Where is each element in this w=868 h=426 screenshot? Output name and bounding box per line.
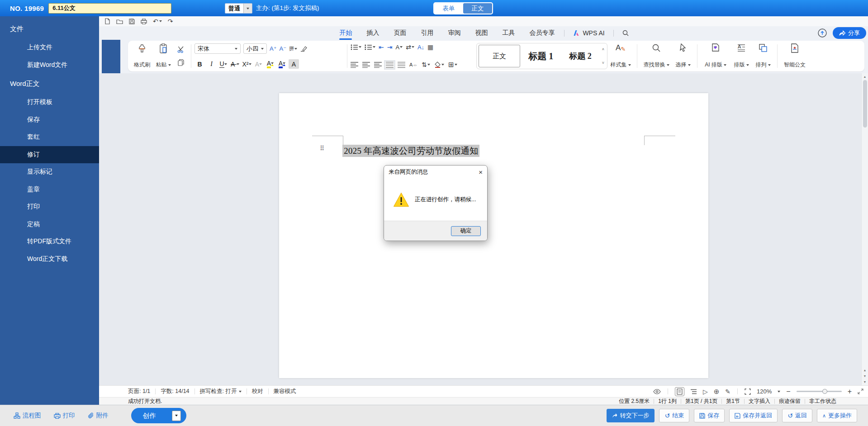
toggle-form[interactable]: 表单 bbox=[434, 3, 463, 14]
document-title-text[interactable]: 2025 年高速波公司劳动节放假通知 bbox=[342, 145, 479, 157]
tab-home[interactable]: 开始 bbox=[332, 26, 359, 40]
doc-title-input[interactable] bbox=[48, 3, 171, 14]
zoom-slider-handle[interactable] bbox=[822, 389, 827, 394]
toggle-body[interactable]: 正文 bbox=[463, 3, 492, 14]
scroll-up-icon[interactable]: ▲ bbox=[863, 73, 867, 80]
arrange-button[interactable]: 排列 bbox=[752, 43, 774, 69]
format-painter-button[interactable]: 格式刷 bbox=[132, 43, 152, 69]
create-button[interactable]: 创作 bbox=[131, 408, 186, 423]
pinyin-guide-button[interactable]: 拼 bbox=[289, 45, 297, 52]
eye-protect-icon[interactable] bbox=[653, 389, 661, 394]
text-effect-button[interactable]: A bbox=[253, 59, 264, 69]
sidebar-item-revise[interactable]: 修订 bbox=[0, 146, 99, 164]
sort-button[interactable]: A↓ bbox=[417, 44, 424, 51]
save-button[interactable]: 保存 bbox=[694, 409, 725, 422]
insert-mode[interactable]: 文字插入 bbox=[749, 398, 770, 405]
dialog-ok-button[interactable]: 确定 bbox=[451, 226, 481, 236]
zoom-dropdown-icon[interactable] bbox=[778, 391, 780, 393]
sidebar-item-save[interactable]: 保存 bbox=[0, 111, 99, 129]
ai-layout-button[interactable]: AI 排版 bbox=[701, 43, 730, 69]
status-word-count[interactable]: 字数: 14/14 bbox=[161, 388, 189, 395]
save-icon[interactable] bbox=[129, 19, 135, 24]
char-scale-button[interactable]: A⇔ bbox=[409, 62, 417, 67]
font-name-select[interactable]: 宋体 bbox=[194, 43, 241, 54]
share-button[interactable]: 分享 bbox=[833, 27, 866, 39]
search-icon[interactable] bbox=[616, 30, 635, 36]
cut-icon[interactable] bbox=[177, 46, 185, 53]
line-spacing-button[interactable]: ⇅ bbox=[422, 61, 430, 68]
styles-scroll-arrows[interactable]: ˄˅ bbox=[601, 46, 605, 66]
outline-view-icon[interactable] bbox=[690, 389, 697, 394]
tab-wps-ai[interactable]: WPS AI bbox=[567, 29, 611, 37]
print-link[interactable]: 打印 bbox=[54, 412, 75, 420]
layout-button[interactable]: A 排版 bbox=[730, 43, 752, 69]
save-and-return-button[interactable]: 保存并返回 bbox=[729, 409, 778, 422]
read-mode-icon[interactable]: ▷ bbox=[703, 388, 708, 395]
prev-page-icon[interactable]: ▲ bbox=[863, 369, 867, 372]
decrease-indent-button[interactable]: ⇤ bbox=[379, 43, 384, 51]
document-canvas[interactable]: ⠿ 2025 年高速波公司劳动节放假通知 来自网页的消息 × 正在进行创作，请稍… bbox=[99, 73, 868, 385]
new-file-icon[interactable] bbox=[104, 18, 110, 24]
tab-reference[interactable]: 引用 bbox=[413, 26, 441, 40]
borders-button[interactable]: ⊞ bbox=[448, 61, 457, 69]
increase-font-button[interactable]: A⁺ bbox=[270, 45, 277, 52]
sidebar-item-new-word-file[interactable]: 新建Word文件 bbox=[0, 57, 99, 74]
underline-button[interactable]: U bbox=[218, 59, 228, 69]
align-right-button[interactable] bbox=[374, 62, 382, 68]
char-shading-button[interactable]: A bbox=[289, 59, 299, 69]
sidebar-item-stamp[interactable]: 盖章 bbox=[0, 181, 99, 199]
clear-format-icon[interactable] bbox=[300, 46, 307, 52]
highlight-color-button[interactable]: A bbox=[265, 59, 275, 69]
justify-button[interactable] bbox=[386, 62, 394, 68]
status-page-count[interactable]: 页面: 1/1 bbox=[128, 388, 150, 395]
priority-select[interactable]: 普通 bbox=[225, 3, 252, 14]
style-heading2[interactable]: 标题 2 bbox=[561, 45, 599, 67]
select-button[interactable]: 选择 bbox=[672, 43, 694, 69]
priority-dropdown-icon[interactable] bbox=[243, 4, 252, 13]
edit-pen-icon[interactable]: ✎ bbox=[725, 388, 730, 395]
upload-cloud-icon[interactable] bbox=[817, 28, 827, 38]
zoom-out-button[interactable]: − bbox=[786, 388, 790, 395]
sidebar-item-show-marks[interactable]: 显示标记 bbox=[0, 163, 99, 181]
style-heading1[interactable]: 标题 1 bbox=[522, 45, 560, 67]
end-button[interactable]: ↺ 结束 bbox=[659, 409, 689, 422]
sidebar-item-red-header[interactable]: 套红 bbox=[0, 128, 99, 146]
paste-button[interactable]: 粘贴 bbox=[152, 43, 174, 69]
status-compat-mode[interactable]: 兼容模式 bbox=[274, 388, 296, 395]
zoom-slider[interactable] bbox=[797, 391, 842, 392]
align-left-button[interactable] bbox=[351, 62, 358, 68]
grid-settings-button[interactable]: ▦ bbox=[427, 43, 433, 51]
numbered-list-button[interactable] bbox=[365, 44, 375, 50]
text-direction-button[interactable]: A bbox=[395, 44, 403, 51]
italic-button[interactable]: I bbox=[206, 59, 217, 69]
scrollbar-thumb[interactable] bbox=[863, 80, 867, 128]
fullscreen-icon[interactable] bbox=[858, 388, 863, 394]
tab-view[interactable]: 视图 bbox=[468, 26, 495, 40]
shading-fill-button[interactable] bbox=[434, 62, 444, 68]
document-page[interactable]: ⠿ 2025 年高速波公司劳动节放假通知 bbox=[279, 93, 708, 378]
cjk-layout-button[interactable]: ⇄ bbox=[406, 43, 414, 51]
tab-review[interactable]: 审阅 bbox=[441, 26, 468, 40]
tab-member[interactable]: 会员专享 bbox=[522, 26, 562, 40]
bold-button[interactable]: B bbox=[194, 59, 205, 69]
open-file-icon[interactable] bbox=[116, 19, 123, 24]
decrease-font-button[interactable]: A⁻ bbox=[280, 45, 287, 52]
increase-indent-button[interactable]: ⇥ bbox=[387, 43, 393, 51]
web-layout-icon[interactable]: ⊕ bbox=[714, 388, 720, 396]
tab-insert[interactable]: 插入 bbox=[359, 26, 386, 40]
forward-next-step-button[interactable]: 转交下一步 bbox=[607, 409, 655, 422]
align-center-button[interactable] bbox=[362, 62, 370, 68]
vertical-scrollbar[interactable]: ▲ ▲ ▼ ▼ bbox=[861, 73, 868, 385]
dialog-close-icon[interactable]: × bbox=[479, 169, 483, 175]
scroll-down-icon[interactable]: ▼ bbox=[863, 380, 867, 383]
sidebar-item-word-download[interactable]: Word正文下载 bbox=[0, 251, 99, 268]
more-actions-button[interactable]: ∧ 更多操作 bbox=[817, 409, 857, 422]
style-normal[interactable]: 正文 bbox=[479, 45, 520, 67]
track-changes-state[interactable]: 痕迹保留 bbox=[779, 398, 801, 405]
tab-tools[interactable]: 工具 bbox=[495, 26, 522, 40]
undo-button[interactable]: ↶ bbox=[153, 18, 162, 24]
status-proofread[interactable]: 校对 bbox=[252, 388, 263, 395]
attachment-link[interactable]: 附件 bbox=[88, 412, 109, 420]
status-spellcheck[interactable]: 拼写检查: 打开 bbox=[200, 388, 242, 395]
zoom-in-button[interactable]: + bbox=[848, 388, 852, 395]
